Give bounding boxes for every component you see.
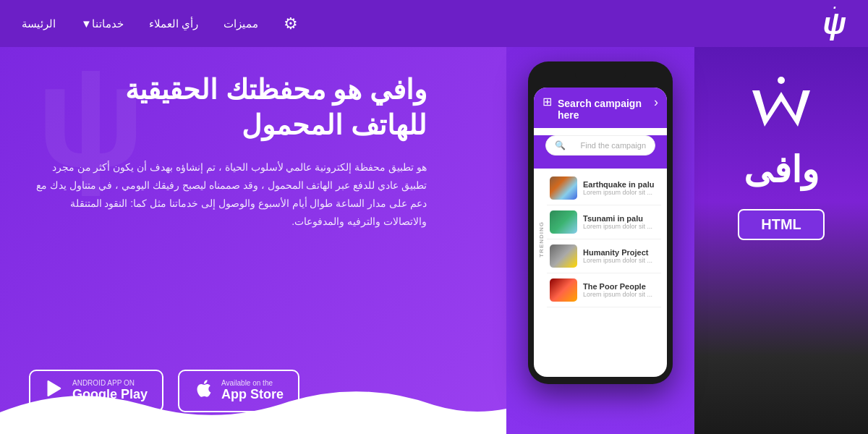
back-arrow-icon[interactable]: ‹ bbox=[654, 95, 658, 110]
app-store-button[interactable]: Available on the App Store bbox=[178, 370, 299, 412]
phone-screen: ‹ Search campaign here ⊞ Find the campai… bbox=[534, 88, 667, 377]
campaign-thumb-1 bbox=[550, 176, 577, 200]
google-play-button[interactable]: ANDROID APP ON Google Play bbox=[29, 370, 163, 412]
nav-services[interactable]: خدماتنا▼ bbox=[81, 17, 124, 30]
list-item[interactable]: Earthquake in palu Lorem ipsum dolor sit… bbox=[547, 171, 661, 205]
nav-features[interactable]: مميزات bbox=[224, 17, 258, 30]
filter-icon[interactable]: ⊞ bbox=[542, 95, 552, 109]
phone-notch bbox=[575, 70, 626, 83]
sidebar-w-logo bbox=[749, 76, 814, 142]
campaign-thumb-2 bbox=[550, 210, 577, 234]
svg-marker-1 bbox=[752, 90, 810, 127]
campaign-text-2: Tsunami in palu Lorem ipsum dolor sit ..… bbox=[583, 214, 652, 230]
content-area: ψ وافي هو محفظتك الحقيقية للهاتف المحمول… bbox=[0, 47, 506, 434]
list-item[interactable]: Humanity Project Lorem ipsum dolor sit .… bbox=[547, 239, 661, 273]
phone-screen-header: ‹ Search campaign here ⊞ bbox=[534, 88, 667, 128]
list-item[interactable]: The Poor People Lorem ipsum dolor sit ..… bbox=[547, 273, 661, 307]
phone-search-title: Search campaign here bbox=[558, 98, 654, 121]
hero-heading: وافي هو محفظتك الحقيقية للهاتف المحمول bbox=[29, 72, 427, 144]
campaign-text-1: Earthquake in palu Lorem ipsum dolor sit… bbox=[583, 180, 654, 196]
apple-icon bbox=[194, 378, 214, 404]
search-placeholder: Find the campaign bbox=[581, 141, 647, 150]
hero-text: وافي هو محفظتك الحقيقية للهاتف المحمول ه… bbox=[29, 72, 427, 231]
sidebar: وافى HTML bbox=[694, 47, 868, 434]
list-item[interactable]: Tsunami in palu Lorem ipsum dolor sit ..… bbox=[547, 205, 661, 239]
phone-area: ‹ Search campaign here ⊞ Find the campai… bbox=[506, 47, 694, 434]
nav-testimonials[interactable]: رأي العملاء bbox=[149, 17, 198, 30]
google-play-icon bbox=[45, 378, 65, 404]
nav-links: الرئيسة خدماتنا▼ رأي العملاء مميزات ⚙ bbox=[22, 14, 298, 33]
phone-mockup: ‹ Search campaign here ⊞ Find the campai… bbox=[528, 61, 673, 384]
campaign-thumb-3 bbox=[550, 244, 577, 268]
campaign-thumb-4 bbox=[550, 278, 577, 302]
sidebar-badge: HTML bbox=[738, 209, 825, 240]
sidebar-brand-name: وافى bbox=[744, 149, 819, 191]
navbar-logo: ψ bbox=[823, 7, 846, 41]
navbar-w-icon: ψ bbox=[823, 7, 846, 41]
phone-search-bar[interactable]: Find the campaign 🔍 bbox=[545, 135, 655, 156]
app-store-text: Available on the App Store bbox=[221, 379, 284, 403]
campaign-text-3: Humanity Project Lorem ipsum dolor sit .… bbox=[583, 248, 652, 264]
navbar: ψ الرئيسة خدماتنا▼ رأي العملاء مميزات ⚙ bbox=[0, 0, 868, 47]
hero-description: هو تطبيق محفظة إلكترونية عالمي لأسلوب ال… bbox=[29, 158, 427, 231]
svg-point-0 bbox=[778, 77, 785, 84]
nav-home[interactable]: الرئيسة bbox=[22, 17, 56, 30]
google-play-text: ANDROID APP ON Google Play bbox=[72, 379, 148, 403]
search-magnifier-icon: 🔍 bbox=[555, 140, 566, 150]
trending-label: TRENDING bbox=[538, 221, 545, 258]
campaign-list: TRENDING Earthquake in palu Lorem ipsum … bbox=[534, 169, 667, 310]
main-layout: وافى HTML ‹ Search campaign here ⊞ Find … bbox=[0, 47, 868, 434]
campaign-text-4: The Poor People Lorem ipsum dolor sit ..… bbox=[583, 282, 652, 298]
settings-icon[interactable]: ⚙ bbox=[284, 14, 298, 33]
store-buttons: Available on the App Store ANDROID APP O… bbox=[29, 370, 299, 412]
